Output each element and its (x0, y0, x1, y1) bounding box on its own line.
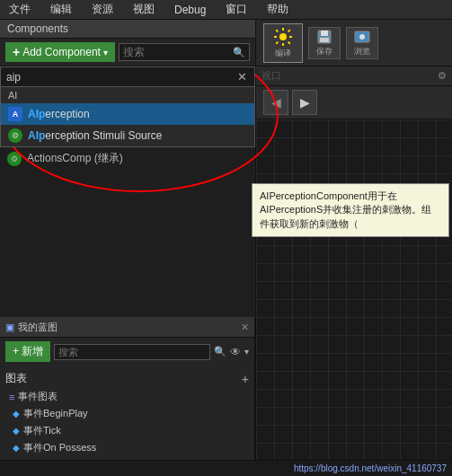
save-button[interactable]: 保存 (308, 27, 341, 59)
menu-edit[interactable]: 编辑 (47, 2, 75, 17)
category-ai: AI (1, 87, 254, 103)
search-icon-mini: 🔍 (214, 346, 226, 357)
nav-row: ◀ ▶ (256, 86, 452, 119)
blueprint-close-icon[interactable]: ✕ (241, 322, 249, 333)
clear-search-button[interactable]: ✕ (235, 70, 249, 84)
browse-label: 浏览 (354, 46, 370, 57)
tree-item-begin-play[interactable]: ◆ 事件BeginPlay (5, 405, 249, 422)
event-graph-icon-sym: ≡ (9, 392, 14, 402)
diamond-icon-1: ◆ (13, 409, 20, 419)
menu-resource[interactable]: 资源 (88, 2, 117, 17)
dropdown-search-row: ✕ (1, 67, 254, 87)
status-bar: https://blog.csdn.net/weixin_41160737 (0, 460, 452, 476)
add-component-label: Add Component (22, 46, 101, 58)
viewport-grid (256, 119, 452, 460)
diamond-icon-3: ◆ (13, 443, 20, 453)
dropdown-btn[interactable]: ▾ (244, 347, 249, 357)
components-header: Components (0, 20, 255, 39)
viewport-label: 视口 ⚙ (256, 66, 452, 86)
compile-button[interactable]: 编译 (263, 23, 303, 63)
blueprint-header: ▣ 我的蓝图 ✕ (0, 318, 254, 338)
nav-back-button[interactable]: ◀ (263, 90, 288, 115)
diamond-icon-2: ◆ (13, 426, 20, 436)
search-box: 🔍 (119, 43, 250, 61)
new-button[interactable]: + 新增 (5, 341, 50, 362)
compile-label: 编译 (275, 48, 291, 59)
actions-row: ⚙ ActionsComp (继承) (0, 147, 255, 170)
tree-item-on-possess[interactable]: ◆ 事件On Possess (5, 439, 249, 456)
tooltip-box: AIPerceptionComponent用于在AIPerceptionS并收集… (252, 183, 449, 237)
compile-icon (272, 26, 294, 48)
dropdown-search-input[interactable] (6, 71, 232, 84)
event-graph-item[interactable]: ≡ 事件图表 (5, 388, 249, 405)
toolbar-icons: 编译 保存 浏览 (256, 20, 452, 66)
actions-comp-icon: ⚙ (7, 152, 22, 166)
blueprint-panel: ▣ 我的蓝图 ✕ + 新增 🔍 👁 ▾ 图表 (0, 317, 255, 460)
blueprint-search (54, 344, 210, 360)
new-btn-row: + 新增 🔍 👁 ▾ (0, 338, 254, 366)
on-possess-label: 事件On Possess (23, 441, 96, 454)
add-component-button[interactable]: + Add Component ▾ (5, 42, 115, 62)
svg-point-5 (359, 34, 365, 40)
actions-comp-label: ActionsComp (继承) (27, 151, 123, 166)
ai-perception-label: AIperception (28, 108, 90, 120)
viewport-settings-icon[interactable]: ⚙ (438, 70, 447, 82)
blueprint-panel-icon: ▣ (5, 322, 14, 333)
stimuli-source-icon: ⚙ (8, 128, 22, 143)
graph-label: 图表 (5, 371, 27, 386)
blueprint-search-input[interactable] (58, 347, 112, 357)
eye-button[interactable]: 👁 (230, 346, 241, 358)
menu-debug[interactable]: Debug (171, 4, 209, 16)
blueprint-panel-title: 我的蓝图 (18, 321, 58, 334)
tree-item-tick[interactable]: ◆ 事件Tick (5, 422, 249, 439)
menu-view[interactable]: 视图 (129, 2, 158, 17)
svg-rect-3 (320, 38, 329, 42)
svg-rect-2 (321, 31, 328, 36)
event-graph-label: 事件图表 (18, 390, 58, 403)
dropdown-item-ai-perception[interactable]: A AIperception (1, 103, 254, 125)
save-label: 保存 (316, 46, 332, 57)
add-component-row: + Add Component ▾ 🔍 (0, 39, 255, 66)
save-icon (315, 28, 333, 46)
components-title: Components (7, 22, 68, 35)
viewport-panel: 视口 ⚙ ◀ ▶ (256, 66, 452, 460)
graph-add-icon[interactable]: + (242, 372, 249, 386)
menu-window[interactable]: 窗口 (222, 2, 251, 17)
graph-section-header: 图表 + (5, 369, 249, 388)
tooltip-text: AIPerceptionComponent用于在AIPerceptionS并收集… (260, 190, 431, 229)
search-input[interactable] (123, 46, 233, 58)
begin-play-label: 事件BeginPlay (23, 407, 88, 420)
toolbar-area: Components + Add Component ▾ 🔍 (0, 20, 452, 66)
menu-help[interactable]: 帮助 (263, 2, 292, 17)
search-dropdown: ✕ AI A AIperception ⚙ AIperception Stimu… (0, 66, 255, 147)
browse-icon (353, 28, 371, 46)
menu-file[interactable]: 文件 (5, 2, 34, 17)
tick-label: 事件Tick (23, 424, 61, 437)
viewport-title: 视口 (261, 69, 281, 83)
plus-icon: + (13, 45, 20, 59)
dropdown-item-stimuli-source[interactable]: ⚙ AIperception Stimuli Source (1, 125, 254, 146)
main-area: ✕ AI A AIperception ⚙ AIperception Stimu… (0, 66, 452, 460)
graph-section: 图表 + ≡ 事件图表 ◆ 事件BeginPlay ◆ (0, 366, 254, 460)
browse-button[interactable]: 浏览 (346, 27, 378, 59)
status-link[interactable]: https://blog.csdn.net/weixin_41160737 (294, 463, 447, 473)
nav-forward-button[interactable]: ▶ (292, 90, 317, 115)
stimuli-source-label: AIperception Stimuli Source (28, 129, 162, 142)
ai-perception-icon: A (8, 107, 22, 121)
dropdown-arrow-icon: ▾ (103, 48, 108, 57)
menu-bar: 文件 编辑 资源 视图 Debug 窗口 帮助 (0, 0, 452, 20)
search-icon: 🔍 (233, 47, 245, 58)
svg-point-0 (279, 33, 287, 40)
